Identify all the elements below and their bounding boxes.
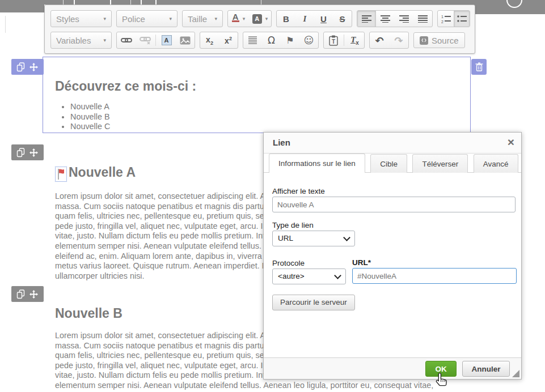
size-dropdown[interactable]: Taille ▾ [182, 10, 223, 27]
top-bar-separator [130, 0, 131, 5]
protocol-select[interactable]: <autre> [272, 269, 346, 284]
link-button[interactable] [117, 32, 136, 48]
paste-icon: T [329, 35, 338, 46]
copy-icon [16, 62, 25, 72]
omega-icon: Ω [268, 35, 275, 46]
link-icon [121, 37, 132, 44]
redo-icon: ↷ [394, 35, 403, 46]
content-heading-discover: Découvrez ce mois-ci : [55, 79, 196, 94]
block-drag-handle[interactable] [11, 286, 44, 302]
block-drag-handle[interactable] [11, 59, 44, 75]
align-left-icon [362, 15, 371, 23]
blockquote-icon [248, 36, 257, 44]
italic-button[interactable]: I [295, 11, 314, 27]
move-icon [29, 289, 39, 299]
editor-toolbar: Styles ▾ Police ▾ Taille ▾ A ▾ A ▾ B I [44, 5, 475, 54]
background-color-button[interactable]: A ▾ [249, 11, 271, 27]
delete-block-button[interactable] [471, 59, 487, 75]
content-heading-nouvelle-b: Nouvelle B [55, 306, 122, 321]
font-dropdown[interactable]: Police ▾ [116, 10, 178, 27]
dialog-resize-handle[interactable] [512, 370, 519, 377]
top-bar [0, 0, 545, 5]
subscript-button[interactable]: x2 [200, 32, 219, 48]
move-icon [29, 62, 39, 72]
top-bar-separator [261, 0, 261, 5]
tab-cible[interactable]: Cible [370, 154, 407, 173]
protocol-label: Protocole [272, 259, 305, 267]
smiley-icon: ☺ [304, 35, 314, 46]
svg-text:2: 2 [441, 20, 443, 23]
chevron-down-icon [343, 234, 350, 241]
unlink-icon [140, 36, 151, 44]
underline-button[interactable]: U [314, 11, 333, 27]
block-drag-handle[interactable] [11, 144, 44, 160]
chevron-down-icon: ▾ [265, 16, 268, 22]
dialog-tabs: Informations sur le lien Cible Téléverse… [264, 154, 521, 173]
tab-televerser[interactable]: Téléverser [412, 154, 468, 173]
copy-icon [16, 148, 25, 157]
superscript-button[interactable]: x2 [219, 32, 238, 48]
list-item: Nouvelle B [70, 112, 110, 122]
tab-avance[interactable]: Avancé [474, 154, 518, 173]
link-type-select[interactable]: URL [272, 231, 355, 246]
bullet-list-icon [457, 15, 467, 23]
variables-dropdown[interactable]: Variables ▾ [50, 32, 112, 49]
align-right-button[interactable] [395, 11, 413, 27]
svg-text:1: 1 [441, 15, 443, 19]
trash-icon [475, 62, 483, 71]
display-text-label: Afficher le texte [272, 187, 325, 195]
numbered-list-button[interactable]: 12 [438, 11, 454, 27]
align-center-icon [381, 15, 390, 23]
align-center-button[interactable] [376, 11, 395, 27]
styles-dropdown[interactable]: Styles ▾ [50, 10, 112, 27]
paste-text-button[interactable]: T [324, 32, 343, 48]
bold-button[interactable]: B [277, 11, 295, 27]
anchor-marker[interactable] [55, 167, 67, 182]
smiley-button[interactable]: ☺ [299, 32, 318, 48]
special-char-button[interactable]: Ω [262, 32, 281, 48]
image-icon [180, 36, 191, 45]
list-item: Nouvelle C [70, 122, 110, 132]
list-item: Nouvelle A [70, 102, 110, 112]
strikethrough-button[interactable]: S [333, 11, 352, 27]
cancel-button[interactable]: Annuler [462, 361, 510, 377]
bullet-list-button[interactable] [454, 11, 470, 27]
blockquote-button[interactable] [243, 32, 262, 48]
source-button[interactable]: Source [413, 32, 465, 48]
top-bar-right [471, 0, 545, 14]
display-text-input[interactable]: Nouvelle A [272, 197, 516, 212]
chevron-down-icon: ▾ [103, 16, 106, 22]
justify-button[interactable] [413, 11, 432, 27]
text-color-button[interactable]: A ▾ [228, 11, 249, 27]
undo-button[interactable]: ↶ [370, 32, 389, 48]
chevron-down-icon: ▾ [103, 37, 106, 43]
chevron-down-icon: ▾ [214, 16, 217, 22]
anchor-icon: A [162, 35, 172, 45]
anchor-button[interactable]: A [157, 32, 176, 48]
align-left-button[interactable] [357, 11, 376, 27]
dialog-titlebar[interactable]: Lien × [264, 133, 521, 154]
move-icon [29, 148, 39, 157]
redo-button[interactable]: ↷ [389, 32, 408, 48]
toolbar-separator [155, 35, 156, 46]
toolbar-separator [344, 35, 344, 46]
dialog-body: Afficher le texte Nouvelle A Type de lie… [264, 173, 521, 357]
top-bar-separator [63, 0, 64, 5]
dialog-title: Lien [273, 138, 290, 147]
insert-anchor-flag-button[interactable]: ⚑ [281, 32, 299, 48]
link-type-label: Type de lien [272, 221, 314, 229]
background-color-icon: A [252, 14, 262, 24]
image-button[interactable] [176, 32, 195, 48]
copy-icon [16, 289, 25, 299]
url-input[interactable]: #NouvelleA [352, 268, 517, 284]
remove-format-icon: Tx [350, 35, 359, 46]
justify-icon [418, 15, 428, 23]
flag-icon: ⚑ [286, 35, 294, 46]
unlink-button[interactable] [136, 32, 154, 48]
browse-server-button[interactable]: Parcourir le serveur [272, 295, 355, 310]
avatar-icon[interactable] [506, 0, 522, 8]
tab-link-info[interactable]: Informations sur le lien [269, 154, 365, 173]
dialog-footer: OK Annuler [264, 357, 521, 379]
remove-format-button[interactable]: Tx [345, 32, 364, 48]
close-icon[interactable]: × [508, 135, 514, 149]
